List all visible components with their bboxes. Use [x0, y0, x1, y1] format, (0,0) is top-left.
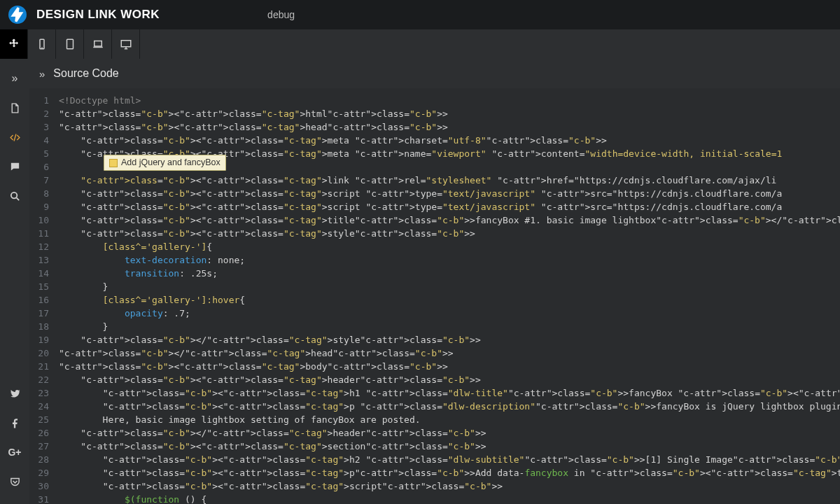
device-toolbar [0, 29, 840, 59]
pin-icon [109, 159, 118, 167]
svg-rect-4 [121, 41, 131, 47]
comment-icon[interactable] [0, 153, 29, 181]
desktop-view-button[interactable] [112, 29, 140, 59]
twitter-icon[interactable] [0, 379, 29, 407]
brand-title: DESIGN LINK WORK [36, 8, 160, 22]
svg-rect-2 [66, 39, 73, 49]
pocket-icon[interactable] [0, 468, 29, 496]
annotation-tooltip[interactable]: Add jQuery and fancyBox [104, 155, 226, 171]
debug-link[interactable]: debug [267, 9, 295, 20]
laptop-view-button[interactable] [84, 29, 112, 59]
phone-view-button[interactable] [28, 29, 56, 59]
top-bar: DESIGN LINK WORK debug [0, 0, 840, 29]
collapse-panel-button[interactable]: » [0, 64, 29, 92]
tablet-portrait-button[interactable] [56, 29, 84, 59]
chevron-right-icon[interactable]: » [39, 68, 45, 80]
googleplus-icon[interactable]: G+ [0, 438, 29, 466]
code-content[interactable]: <!Doctype html> "c-attr">class="c-b"><"c… [55, 88, 840, 504]
svg-point-5 [10, 192, 16, 198]
code-icon[interactable] [0, 123, 29, 151]
logo-icon [8, 6, 27, 24]
source-code-header: » Source Code [29, 59, 840, 88]
source-code-title: Source Code [53, 67, 118, 80]
search-icon[interactable] [0, 182, 29, 210]
facebook-icon[interactable] [0, 409, 29, 437]
code-editor[interactable]: 1234567891011121314151617181920212223242… [29, 88, 840, 504]
editor-icon-column: » G+ [0, 59, 29, 504]
file-icon[interactable] [0, 94, 29, 122]
line-gutter: 1234567891011121314151617181920212223242… [29, 88, 55, 504]
svg-rect-3 [94, 41, 102, 47]
move-tool-button[interactable] [0, 29, 28, 59]
